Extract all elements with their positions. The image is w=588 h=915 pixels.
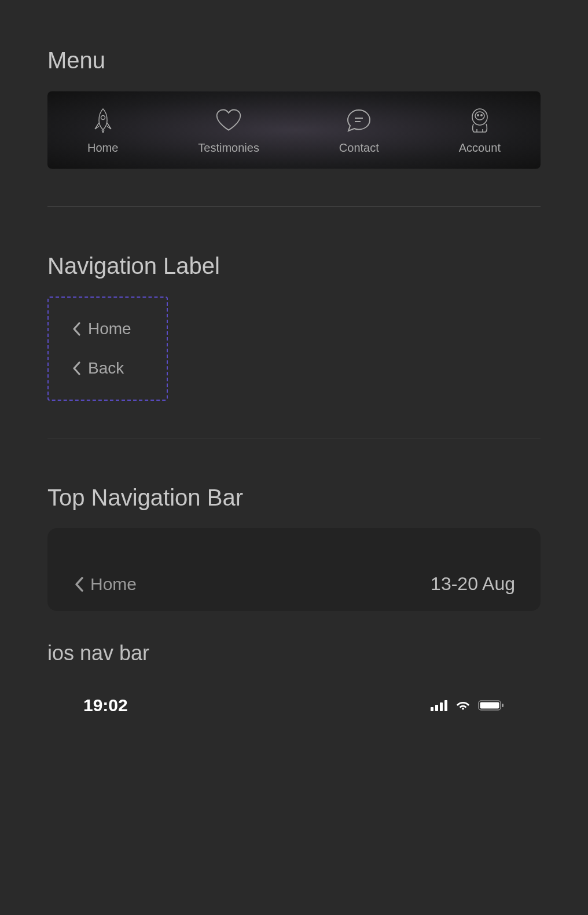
section-title-top-nav: Top Navigation Bar (47, 485, 541, 511)
menu-item-home[interactable]: Home (87, 107, 118, 155)
top-nav-bar: Home 13-20 Aug (47, 528, 541, 611)
menu-item-account[interactable]: Account (459, 107, 501, 155)
section-title-ios: ios nav bar (47, 641, 541, 665)
nav-label-text: Back (88, 359, 124, 378)
ios-time: 19:02 (83, 696, 128, 715)
menu-item-contact[interactable]: Contact (339, 107, 379, 155)
selection-outline: Home Back (47, 297, 168, 401)
nav-label-back[interactable]: Back (71, 359, 145, 378)
wifi-icon (455, 700, 471, 711)
menu-label: Testimonies (198, 141, 259, 155)
battery-icon (478, 700, 505, 711)
cellular-signal-icon (431, 700, 448, 711)
svg-rect-15 (502, 704, 504, 707)
nav-label-home[interactable]: Home (71, 320, 145, 338)
top-nav-back-label: Home (90, 574, 137, 594)
rocket-icon (89, 107, 117, 134)
top-nav-date-range: 13-20 Aug (431, 573, 515, 595)
menu-item-testimonies[interactable]: Testimonies (198, 107, 259, 155)
navigation-label-section: Navigation Label Home Back (47, 253, 541, 401)
svg-rect-9 (431, 707, 433, 711)
divider (47, 438, 541, 438)
ios-status-icons (431, 700, 505, 711)
nav-label-text: Home (88, 320, 131, 338)
svg-point-0 (101, 116, 105, 120)
heart-icon (215, 107, 242, 134)
svg-point-5 (477, 115, 479, 116)
top-navigation-bar-section: Top Navigation Bar Home 13-20 Aug ios na… (47, 485, 541, 715)
svg-point-3 (472, 109, 487, 125)
svg-point-4 (475, 112, 484, 120)
menu-section: Menu Home Testimonies (47, 47, 541, 169)
astronaut-icon (466, 107, 494, 134)
divider (47, 206, 541, 207)
chevron-left-icon (73, 576, 86, 593)
svg-rect-14 (480, 702, 499, 709)
svg-rect-11 (440, 702, 443, 711)
menu-label: Account (459, 141, 501, 155)
menu-label: Contact (339, 141, 379, 155)
top-nav-back[interactable]: Home (73, 574, 137, 594)
svg-point-6 (481, 115, 482, 116)
chat-icon (345, 107, 373, 134)
section-title-nav-label: Navigation Label (47, 253, 541, 279)
chevron-left-icon (71, 360, 83, 376)
svg-rect-12 (444, 700, 447, 711)
chevron-left-icon (71, 321, 83, 337)
section-title-menu: Menu (47, 47, 541, 74)
menu-label: Home (87, 141, 118, 155)
menu-bar: Home Testimonies Contact (47, 91, 541, 169)
svg-rect-10 (435, 705, 438, 711)
ios-status-bar: 19:02 (47, 696, 541, 715)
